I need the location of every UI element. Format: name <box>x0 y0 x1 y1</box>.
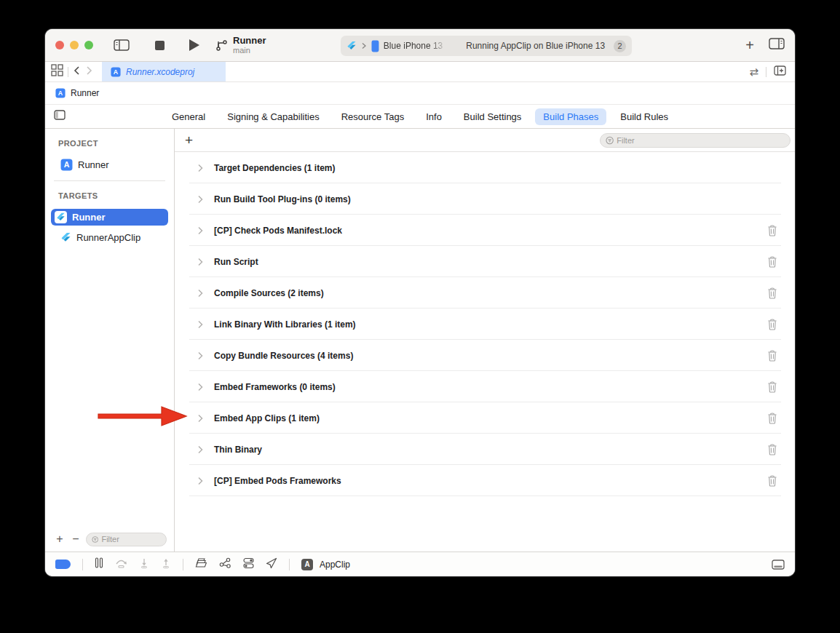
disclosure-chevron-icon[interactable] <box>197 289 203 298</box>
debug-bar: A AppClip <box>45 552 795 576</box>
sidebar-item-target-runner[interactable]: Runner <box>51 209 168 226</box>
tab-build-phases[interactable]: Build Phases <box>535 108 606 125</box>
sidebar-filter-input[interactable] <box>101 535 161 544</box>
breakpoints-toggle-button[interactable] <box>55 560 71 569</box>
issue-count-badge[interactable]: 2 <box>614 40 626 52</box>
disclosure-chevron-icon[interactable] <box>197 195 203 204</box>
debug-process-selector[interactable]: A AppClip <box>301 559 350 570</box>
delete-phase-button[interactable] <box>767 475 777 487</box>
add-build-phase-button[interactable]: + <box>185 133 193 147</box>
disclosure-chevron-icon[interactable] <box>197 164 203 172</box>
build-phase-row-10[interactable]: [CP] Embed Pods Frameworks <box>175 465 795 496</box>
sidebar-item-project-runner[interactable]: A Runner <box>51 156 168 173</box>
build-phase-row-1[interactable]: Run Build Tool Plug-ins (0 items) <box>175 183 795 215</box>
delete-phase-button[interactable] <box>767 287 777 299</box>
delete-phase-button[interactable] <box>767 225 777 236</box>
disclosure-chevron-icon[interactable] <box>197 383 203 391</box>
build-phase-row-5[interactable]: Link Binary With Libraries (1 item) <box>175 308 795 340</box>
close-window-button[interactable] <box>55 41 64 49</box>
project-icon: A <box>55 88 66 98</box>
minimize-window-button[interactable] <box>70 41 79 49</box>
toggle-debug-area-button[interactable] <box>772 560 785 570</box>
step-into-button[interactable] <box>139 558 149 571</box>
delete-phase-button[interactable] <box>767 413 777 424</box>
build-phase-label: Run Script <box>214 257 258 267</box>
build-phase-row-4[interactable]: Compile Sources (2 items) <box>175 277 795 308</box>
add-editor-button[interactable] <box>774 65 786 79</box>
svg-text:A: A <box>64 160 70 169</box>
add-editor-icon <box>774 65 786 76</box>
build-phase-label: Target Dependencies (1 item) <box>214 163 336 173</box>
run-button[interactable] <box>182 34 207 56</box>
stop-button[interactable] <box>147 34 172 56</box>
tab-build-settings[interactable]: Build Settings <box>456 108 530 125</box>
toggle-navigator-button[interactable] <box>109 34 134 56</box>
step-over-button[interactable] <box>115 558 127 571</box>
tab-info[interactable]: Info <box>418 108 450 125</box>
remove-target-button[interactable]: − <box>70 533 82 545</box>
step-out-icon <box>161 558 171 568</box>
delete-phase-button[interactable] <box>767 350 777 362</box>
delete-phase-button[interactable] <box>767 256 777 268</box>
view-hierarchy-button[interactable] <box>195 557 207 572</box>
editor-tab-runner-xcodeproj[interactable]: A Runner.xcodeproj <box>102 62 226 81</box>
build-phase-row-0[interactable]: Target Dependencies (1 item) <box>175 152 795 183</box>
delete-phase-button[interactable] <box>767 444 777 455</box>
editor-tab-label: Runner.xcodeproj <box>126 67 194 77</box>
project-editor-tab-bar: General Signing & Capabilities Resource … <box>45 105 795 129</box>
disclosure-chevron-icon[interactable] <box>197 320 203 329</box>
tab-signing-capabilities[interactable]: Signing & Capabilities <box>219 108 327 125</box>
trash-icon <box>767 413 777 424</box>
jump-bar[interactable]: A Runner <box>45 82 795 105</box>
build-phase-row-8[interactable]: Embed App Clips (1 item) <box>175 402 795 434</box>
go-forward-button[interactable] <box>85 65 93 79</box>
toggle-project-sidebar-button[interactable] <box>54 110 66 123</box>
go-back-button[interactable] <box>73 65 81 79</box>
tab-build-rules[interactable]: Build Rules <box>612 108 676 125</box>
jump-bar-project-label[interactable]: Runner <box>71 88 99 98</box>
trash-icon <box>767 381 777 393</box>
build-phase-row-2[interactable]: [CP] Check Pods Manifest.lock <box>175 215 795 246</box>
disclosure-chevron-icon[interactable] <box>197 445 203 454</box>
sidebar-item-target-runnerappclip[interactable]: RunnerAppClip <box>51 229 168 246</box>
xcodeproj-file-icon: A <box>111 67 121 77</box>
run-destination-label[interactable]: Blue iPhone 13 <box>384 41 443 51</box>
project-targets-sidebar: PROJECT A Runner TARGETS <box>45 129 175 552</box>
build-phase-row-9[interactable]: Thin Binary <box>175 434 795 465</box>
tab-resource-tags[interactable]: Resource Tags <box>333 108 412 125</box>
disclosure-chevron-icon[interactable] <box>197 258 203 266</box>
related-items-button[interactable] <box>51 64 63 79</box>
add-tab-button[interactable]: + <box>745 38 754 53</box>
simulate-location-button[interactable] <box>266 557 277 572</box>
toggle-inspector-button[interactable] <box>769 38 785 52</box>
memory-graph-button[interactable] <box>219 557 231 572</box>
environment-overrides-button[interactable] <box>243 557 254 572</box>
build-phase-row-3[interactable]: Run Script <box>175 246 795 277</box>
activity-status-bar[interactable]: Blue iPhone 13 Running AppClip on Blue i… <box>341 36 632 56</box>
sidebar-filter-field[interactable] <box>86 533 167 546</box>
swap-editors-icon[interactable]: ⇄ <box>749 65 758 79</box>
add-target-button[interactable]: + <box>54 533 66 545</box>
disclosure-chevron-icon[interactable] <box>197 414 203 423</box>
disclosure-chevron-icon[interactable] <box>197 226 203 235</box>
tab-general[interactable]: General <box>164 108 213 125</box>
build-phase-row-7[interactable]: Embed Frameworks (0 items) <box>175 371 795 402</box>
build-phase-row-6[interactable]: Copy Bundle Resources (4 items) <box>175 340 795 371</box>
build-phases-filter-input[interactable] <box>617 136 785 145</box>
scheme-selector[interactable]: Runner main <box>215 36 266 55</box>
trash-icon <box>767 225 777 236</box>
delete-phase-button[interactable] <box>767 381 777 393</box>
trash-icon <box>767 475 777 487</box>
activity-status-text: Running AppClip on Blue iPhone 13 <box>466 41 605 51</box>
step-out-button[interactable] <box>161 558 171 571</box>
disclosure-chevron-icon[interactable] <box>197 351 203 360</box>
zoom-window-button[interactable] <box>84 41 93 49</box>
delete-phase-button[interactable] <box>767 319 777 330</box>
disclosure-chevron-icon[interactable] <box>197 477 203 485</box>
location-arrow-icon <box>266 557 277 569</box>
build-phases-filter-field[interactable] <box>600 133 791 148</box>
targets-section-header: TARGETS <box>45 191 174 200</box>
bottom-panel-icon <box>772 560 785 570</box>
sidebar-left-icon <box>114 39 130 51</box>
pause-button[interactable] <box>95 557 103 571</box>
